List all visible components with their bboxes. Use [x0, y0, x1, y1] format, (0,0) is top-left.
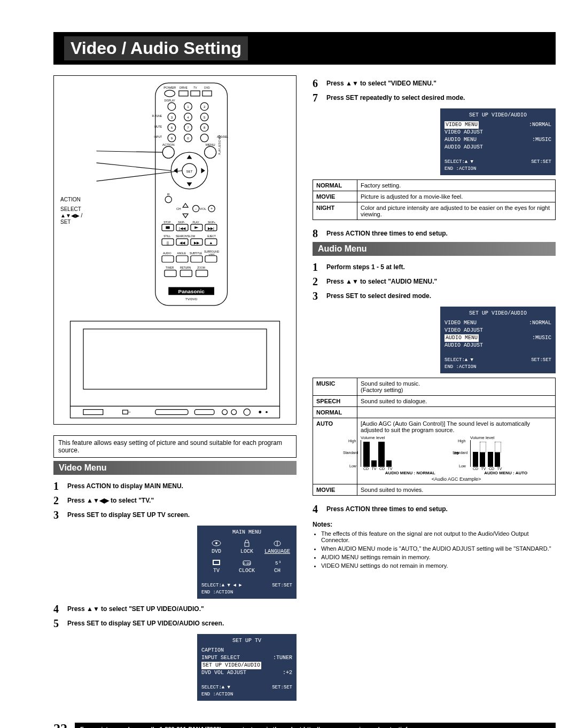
- svg-point-21: [200, 134, 208, 142]
- svg-rect-120: [214, 561, 219, 564]
- step-row: 2Press ▲▼◀▶ to select "TV.": [53, 495, 297, 507]
- svg-rect-97: [180, 270, 192, 277]
- svg-text:2: 2: [204, 105, 206, 108]
- step-row: 1Press ACTION to display MAIN MENU.: [53, 480, 297, 492]
- svg-text:TV/DVD: TV/DVD: [185, 297, 198, 301]
- svg-text:RETURN: RETURN: [180, 267, 191, 269]
- svg-rect-90: [176, 256, 188, 262]
- svg-rect-5: [191, 91, 200, 96]
- svg-text:6: 6: [171, 126, 173, 129]
- table-row: SPEECHSound suited to dialogue.: [313, 396, 556, 407]
- page-title-bar: Video / Audio Setting: [53, 32, 556, 65]
- page-number: 22: [53, 721, 67, 728]
- label-arrows: ▲▼◀▶ /: [60, 213, 82, 218]
- svg-text:PLAY: PLAY: [193, 221, 200, 223]
- page-title: Video / Audio Setting: [64, 36, 248, 60]
- notes-list: The effects of this feature on the signa…: [313, 530, 556, 569]
- svg-text:−: −: [128, 409, 131, 415]
- remote-brand: Panasonic: [178, 288, 205, 294]
- svg-text:3: 3: [279, 560, 281, 564]
- svg-rect-108: [194, 410, 214, 415]
- list-item: VIDEO MENU settings do not remain in mem…: [321, 562, 556, 569]
- svg-text:9: 9: [171, 136, 173, 140]
- setup-tv-osd: SET UP TV CAPTION INPUT SELECT:TUNER SET…: [197, 634, 297, 701]
- audio-modes-table: MUSICSound suited to music. (Factory set…: [313, 378, 556, 496]
- svg-text:POWER: POWER: [163, 85, 176, 89]
- svg-text:SET: SET: [186, 169, 193, 173]
- svg-text:EJECT: EJECT: [207, 235, 216, 238]
- svg-text:1: 1: [187, 105, 189, 108]
- svg-point-10: [168, 103, 176, 111]
- svg-rect-66: [166, 226, 169, 229]
- va-osd-2: SET UP VIDEO/AUDIO VIDEO MENU:NORMAL VID…: [440, 307, 556, 373]
- video-menu-heading: Video Menu: [53, 461, 297, 475]
- step-row: 6Press ▲▼ to select "VIDEO MENU.": [313, 77, 556, 90]
- video-modes-table: NORMALFactory setting. MOVIEPicture is a…: [313, 179, 556, 220]
- svg-text:4: 4: [187, 115, 189, 119]
- svg-text:|◀◀: |◀◀: [179, 226, 186, 231]
- step-row: 4Press ACTION three times to end setup.: [313, 503, 556, 515]
- svg-text:7: 7: [187, 126, 189, 129]
- notes-heading: Notes:: [313, 521, 556, 528]
- step-row: 8Press ACTION three times to end setup.: [313, 228, 556, 240]
- svg-rect-3: [179, 91, 188, 96]
- svg-text:STILL: STILL: [163, 235, 170, 238]
- page-footer: 22 For assistance, please call : 1-800-2…: [53, 721, 556, 728]
- svg-text:8: 8: [204, 126, 206, 129]
- svg-point-38: [205, 146, 216, 158]
- step-row: 2Press ▲▼ to select "AUDIO MENU.": [313, 276, 556, 288]
- svg-text:STOP: STOP: [163, 221, 170, 223]
- svg-rect-91: [191, 256, 202, 262]
- svg-text:3: 3: [171, 115, 173, 119]
- step-row: 4Press ▲▼ to select "SET UP VIDEO/AUDIO.…: [53, 603, 297, 615]
- svg-text:AUDIO: AUDIO: [163, 252, 171, 255]
- svg-text:SKIP+: SKIP+: [208, 221, 215, 223]
- svg-text:VOL: VOL: [200, 207, 207, 210]
- feature-note: This feature allows easy setting of pict…: [53, 435, 297, 458]
- svg-text:▶▶|: ▶▶|: [208, 226, 214, 231]
- step-row: 1Perform steps 1 - 5 at left.: [313, 261, 556, 273]
- label-action: ACTION: [60, 197, 81, 202]
- step-row: 5Press SET to display SET UP VIDEO/AUDIO…: [53, 617, 297, 630]
- svg-text:INPUT: INPUT: [154, 136, 162, 138]
- svg-rect-102: [83, 329, 267, 389]
- table-row: NIGHTColor and picture intensity are adj…: [313, 202, 556, 220]
- svg-point-1: [165, 90, 175, 97]
- svg-text:||: ||: [167, 240, 169, 245]
- svg-text:CH: CH: [176, 207, 181, 210]
- svg-text:▶▶: ▶▶: [194, 240, 200, 245]
- svg-text:MUTE: MUTE: [154, 126, 162, 128]
- svg-text:ZOOM: ZOOM: [197, 267, 205, 269]
- svg-text:▲: ▲: [209, 240, 213, 245]
- svg-text:◀◀: ◀◀: [180, 240, 185, 245]
- svg-text:SKIP-: SKIP-: [178, 221, 185, 223]
- svg-rect-89: [162, 256, 174, 262]
- svg-text:DISPLAY: DISPLAY: [165, 99, 176, 102]
- svg-text:MENU: MENU: [206, 143, 215, 146]
- step-row: 3Press SET to display SET UP TV screen.: [53, 509, 297, 521]
- svg-rect-96: [165, 270, 176, 277]
- assistance-text: For assistance, please call : 1-800-211-…: [75, 723, 556, 728]
- svg-text:5: 5: [275, 561, 278, 566]
- svg-text:R: R: [167, 192, 170, 196]
- table-row: AUTO [Audio AGC (Auto Gain Control)] The…: [313, 418, 556, 484]
- svg-rect-7: [202, 91, 212, 96]
- svg-text:SEARCH/SLOW: SEARCH/SLOW: [176, 235, 196, 238]
- svg-text:5: 5: [204, 115, 206, 119]
- svg-point-52: [165, 196, 171, 202]
- svg-rect-98: [196, 270, 208, 277]
- svg-text:+: +: [210, 206, 213, 211]
- svg-text:ANGLE: ANGLE: [177, 252, 186, 255]
- svg-point-111: [244, 409, 250, 415]
- svg-text:PLAYLIST/CHAP: PLAYLIST/CHAP: [219, 135, 221, 155]
- svg-text:TIMER: TIMER: [166, 267, 174, 269]
- list-item: AUDIO MENU settings remain in memory.: [321, 554, 556, 560]
- label-set: SET: [60, 219, 71, 225]
- svg-point-113: [266, 411, 268, 413]
- table-row: NORMAL: [313, 407, 556, 418]
- svg-text:ACTION: ACTION: [162, 143, 175, 146]
- label-select: SELECT: [60, 206, 81, 212]
- table-row: NORMALFactory setting.: [313, 180, 556, 191]
- svg-text:SURROUND: SURROUND: [204, 251, 220, 253]
- audio-menu-heading: Audio Menu: [313, 242, 556, 256]
